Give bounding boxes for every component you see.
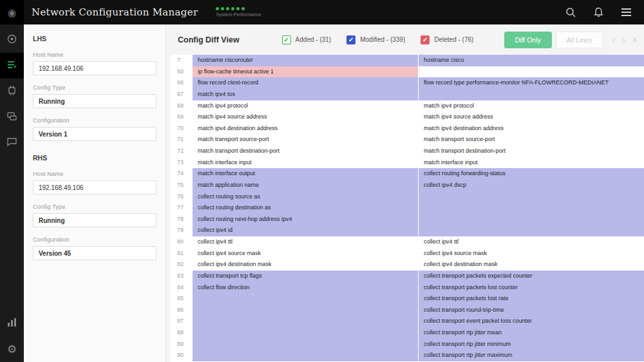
sidebar-item-devices[interactable] (0, 104, 24, 130)
sidebar-item-config[interactable] (0, 53, 24, 79)
sidebar-item-firmware[interactable] (0, 79, 24, 104)
rhs-config-line: collect transport rtp jitter maximum (418, 350, 644, 361)
lhs-config-line: match application name (193, 180, 418, 191)
sidebar-item-home[interactable] (0, 27, 24, 53)
menu-icon[interactable] (621, 6, 631, 18)
rhs-config-line: match transport source-port (418, 134, 644, 146)
app-logo[interactable]: ◉ (0, 0, 24, 24)
diff-row: 67match ipv4 tos (171, 89, 644, 100)
status-dot (231, 7, 234, 10)
diff-row: 70match ipv4 destination addressmatch ip… (171, 123, 644, 135)
bell-icon[interactable] (594, 7, 603, 17)
rhs-config-line (418, 214, 644, 225)
rhs-hostname-input[interactable]: 192.168.49.106 (33, 180, 156, 195)
line-number: 70 (171, 123, 193, 135)
diff-row: 83collect transport tcp flagscollect tra… (171, 271, 644, 282)
reports-icon (6, 317, 17, 330)
status-dot (226, 7, 229, 10)
rhs-config-line: match transport destination-port (418, 146, 644, 157)
line-number: 67 (171, 89, 193, 100)
line-number: 68 (171, 100, 193, 112)
diff-row: 73match interface inputmatch interface i… (171, 157, 644, 169)
diff-main: Config Diff View ✓Added - (31)✓Modified … (166, 24, 644, 362)
lhs-hostname-input[interactable]: 192.168.49.106 (33, 61, 156, 75)
line-number: 66 (171, 77, 193, 89)
diff-row: 71match transport source-portmatch trans… (171, 134, 644, 146)
rhs-configuration-select[interactable]: Version 45 (33, 246, 156, 260)
legend-item-added[interactable]: ✓Added - (31) (282, 35, 332, 44)
firmware-icon (6, 85, 17, 99)
sidebar-item-reports[interactable] (0, 310, 24, 336)
diff-row: 72match transport destination-portmatch … (171, 146, 644, 157)
line-number: 69 (171, 111, 193, 123)
rhs-config-line: flow record type performance-monitor NFA… (418, 77, 644, 89)
diff-header: Config Diff View ✓Added - (31)✓Modified … (166, 24, 644, 55)
devices-icon (6, 111, 17, 124)
diff-row: 77collect routing destination as (171, 202, 644, 214)
legend-label: Modified - (339) (360, 36, 405, 43)
line-number: 73 (171, 157, 193, 169)
line-number: 86 (171, 305, 193, 316)
modified-checkbox-icon[interactable]: ✓ (346, 35, 355, 44)
legend-item-deleted[interactable]: ✓Deleted - (76) (421, 35, 473, 44)
lhs-config-line: collect ipv4 ttl (193, 236, 418, 248)
prev-diff-icon[interactable]: ‹ (612, 35, 615, 45)
deleted-checkbox-icon[interactable]: ✓ (421, 35, 430, 44)
legend-item-modified[interactable]: ✓Modified - (339) (346, 35, 405, 44)
status-dots (216, 7, 261, 10)
diff-only-button[interactable]: Diff Only (504, 32, 552, 48)
chat-icon (6, 137, 17, 150)
rhs-config-line: collect ipv4 source mask (418, 248, 644, 260)
lhs-configtype-select[interactable]: Running (33, 94, 156, 108)
rhs-config-line: match ipv4 destination address (418, 123, 644, 135)
diff-row: 82collect ipv4 destination maskcollect i… (171, 259, 644, 271)
rhs-config-line: collect ipv4 ttl (418, 236, 644, 248)
status-dot (242, 7, 245, 10)
logo-icon: ◉ (8, 6, 17, 19)
sidebar-item-settings[interactable]: ⚙ (0, 336, 24, 362)
rhs-section-label: RHS (33, 154, 156, 162)
rhs-config-line: match ipv4 protocol (418, 100, 644, 112)
diff-table[interactable]: 7hostname ciscorouterhostname cisco50ip … (171, 55, 644, 362)
lhs-hostname-label: Host Name (33, 51, 156, 58)
diff-row: 87collect transport event packet loss co… (171, 316, 644, 327)
status-dot (221, 7, 224, 10)
config-list-icon (6, 59, 17, 73)
close-icon[interactable]: × (632, 35, 638, 45)
rhs-config-line (418, 191, 644, 203)
diff-row: 90collect transport rtp jitter maximum (171, 350, 644, 361)
added-checkbox-icon[interactable]: ✓ (282, 35, 291, 44)
settings-gear-icon: ⚙ (7, 344, 17, 355)
lhs-config-line: collect ipv4 id (193, 225, 418, 236)
line-number: 7 (171, 55, 193, 66)
diff-row: 7hostname ciscorouterhostname cisco (171, 55, 644, 66)
rhs-configtype-select[interactable]: Running (33, 213, 156, 227)
line-number: 79 (171, 225, 193, 236)
next-diff-icon[interactable]: › (622, 35, 625, 45)
search-icon[interactable] (565, 7, 576, 17)
lhs-config-line: match interface output (193, 168, 418, 180)
lhs-config-line (193, 293, 418, 305)
line-number: 80 (171, 236, 193, 248)
lhs-config-line (193, 350, 418, 361)
rhs-config-line: hostname cisco (418, 55, 644, 66)
lhs-configuration-select[interactable]: Version 1 (33, 127, 156, 141)
rhs-config-line: collect transport rtp jitter minimum (418, 339, 644, 350)
rhs-config-line (418, 89, 644, 100)
diff-selection-panel: LHS Host Name 192.168.49.106 Config Type… (24, 24, 166, 362)
diff-row: 68match ipv4 protocolmatch ipv4 protocol (171, 100, 644, 112)
lhs-config-line: collect transport tcp flags (193, 271, 418, 282)
lhs-config-line: collect flow direction (193, 282, 418, 294)
rhs-config-line: match ipv4 source address (418, 111, 644, 123)
sidebar-item-chat[interactable] (0, 130, 24, 156)
diff-row: 85collect transport packets lost rate (171, 293, 644, 305)
rhs-config-line: collect transport round-trip-time (418, 305, 644, 316)
rhs-config-line: collect transport packets lost counter (418, 282, 644, 294)
diff-row: 88collect transport rtp jitter mean (171, 327, 644, 339)
diff-row: 79collect ipv4 id (171, 225, 644, 236)
all-lines-button[interactable]: All Lines (556, 32, 603, 48)
lhs-config-line: hostname ciscorouter (193, 55, 418, 66)
diff-row: 84collect flow directioncollect transpor… (171, 282, 644, 294)
rhs-config-line (418, 202, 644, 214)
diff-row: 81collect ipv4 source maskcollect ipv4 s… (171, 248, 644, 260)
